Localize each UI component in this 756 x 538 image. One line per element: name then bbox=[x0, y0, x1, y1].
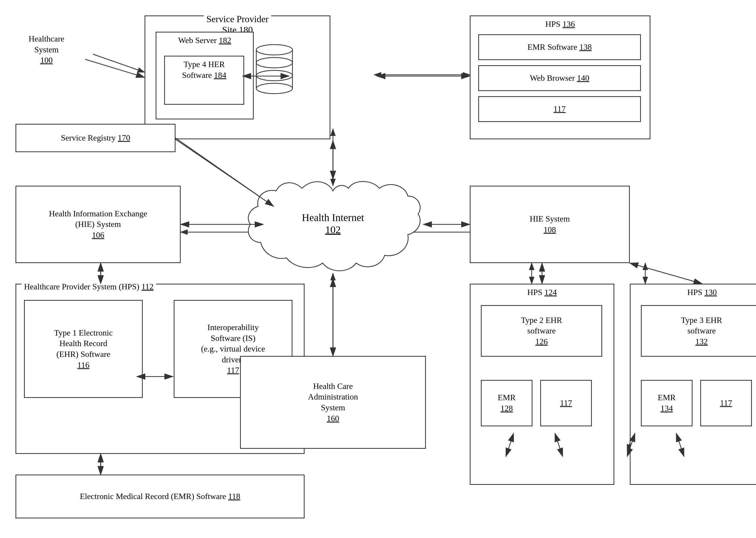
service-registry-box: Service Registry 170 bbox=[16, 124, 175, 152]
type2-ehr-box: Type 2 EHRsoftware126 bbox=[481, 305, 602, 357]
emr-138-label: EMR Software 138 bbox=[524, 39, 596, 55]
web-browser-140-label: Web Browser 140 bbox=[526, 70, 593, 86]
emr-118-label: Electronic Medical Record (EMR) Software… bbox=[76, 489, 244, 505]
emr-software-138-box: EMR Software 138 bbox=[478, 34, 641, 60]
web-server-label: Web Server 182 bbox=[157, 32, 253, 48]
hie-108-box: HIE System108 bbox=[470, 186, 630, 263]
type2-ehr-label: Type 2 EHRsoftware126 bbox=[517, 312, 566, 350]
healthcare-system-label: Healthcare System 100 bbox=[16, 33, 78, 66]
health-care-admin-box: Health CareAdministrationSystem160 bbox=[240, 356, 426, 449]
svg-point-20 bbox=[256, 58, 292, 68]
health-internet-cloud: Health Internet102 bbox=[240, 175, 426, 279]
diagram: Healthcare System 100 Service ProviderSi… bbox=[0, 0, 756, 538]
svg-point-26 bbox=[256, 83, 292, 94]
ref-117-hps130-box: 117 bbox=[700, 380, 752, 426]
svg-line-31 bbox=[85, 59, 145, 78]
emr-134-label: EMR134 bbox=[654, 390, 679, 416]
type4-her-label: Type 4 HERSoftware 184 bbox=[165, 56, 243, 83]
svg-line-41 bbox=[630, 263, 702, 284]
service-registry-label: Service Registry 170 bbox=[57, 130, 134, 146]
health-care-admin-label: Health CareAdministrationSystem160 bbox=[304, 378, 362, 426]
emr-118-box: Electronic Medical Record (EMR) Software… bbox=[16, 474, 305, 518]
hps-112-label: Healthcare Provider System (HPS) 112 bbox=[22, 282, 156, 292]
svg-point-19 bbox=[256, 45, 292, 55]
svg-point-23 bbox=[256, 71, 292, 81]
hps-136-box: HPS 136 EMR Software 138 Web Browser 140… bbox=[470, 16, 651, 139]
ref-117-hps124-box: 117 bbox=[540, 380, 592, 426]
hps-124-box: HPS 124 Type 2 EHRsoftware126 EMR128 117 bbox=[470, 284, 614, 485]
ref-117-hps130-label: 117 bbox=[716, 395, 736, 411]
emr-128-label: EMR128 bbox=[494, 390, 519, 416]
hps-136-label: HPS 136 bbox=[471, 16, 650, 32]
service-provider-site-box: Service ProviderSite 180 Web Server 182 … bbox=[145, 16, 330, 139]
health-internet-label: Health Internet102 bbox=[240, 211, 426, 236]
web-server-box: Web Server 182 Type 4 HERSoftware 184 bbox=[156, 32, 254, 119]
hie-108-label: HIE System108 bbox=[526, 211, 574, 238]
type1-ehr-box: Type 1 ElectronicHealth Record(EHR) Soft… bbox=[24, 300, 143, 398]
ref-117-hps136-box: 117 bbox=[478, 96, 641, 122]
svg-line-2 bbox=[93, 54, 145, 72]
hie-106-box: Health Information Exchange(HIE) System1… bbox=[16, 186, 181, 263]
ref-117-hps136-label: 117 bbox=[550, 101, 570, 117]
type1-ehr-label: Type 1 ElectronicHealth Record(EHR) Soft… bbox=[50, 325, 117, 373]
hps-130-label: HPS 130 bbox=[631, 285, 756, 300]
hps-130-box: HPS 130 Type 3 EHRsoftware132 EMR134 117 bbox=[630, 284, 756, 485]
ref-117-hps124-label: 117 bbox=[556, 395, 576, 411]
type3-ehr-label: Type 3 EHRsoftware132 bbox=[677, 312, 726, 350]
emr-134-box: EMR134 bbox=[641, 380, 693, 426]
web-browser-140-box: Web Browser 140 bbox=[478, 65, 641, 91]
emr-128-box: EMR128 bbox=[481, 380, 533, 426]
type4-her-box: Type 4 HERSoftware 184 bbox=[164, 56, 244, 105]
database-icon bbox=[254, 42, 295, 110]
hps-124-label: HPS 124 bbox=[471, 285, 613, 300]
hie-106-label: Health Information Exchange(HIE) System1… bbox=[45, 206, 151, 243]
type3-ehr-box: Type 3 EHRsoftware132 bbox=[641, 305, 756, 357]
